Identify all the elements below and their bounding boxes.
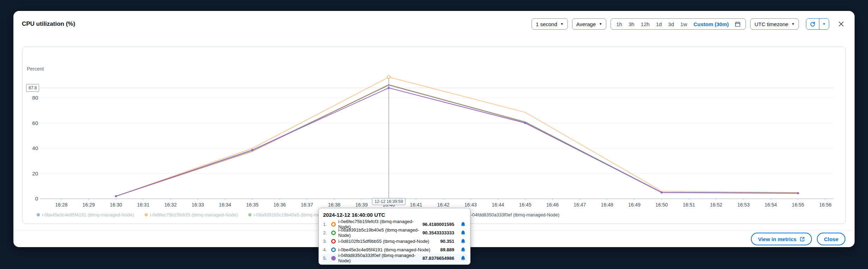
calendar-icon-glyph: [735, 21, 741, 27]
legend-color-dot-icon: [37, 213, 40, 216]
x-axis-label: 16:45: [519, 202, 532, 208]
close-button[interactable]: Close: [817, 233, 845, 245]
alarm-bell-icon[interactable]: [460, 230, 466, 235]
point-marker-icon: [524, 122, 526, 124]
custom-range-button[interactable]: Custom (30m): [690, 19, 732, 29]
series-line[interactable]: [116, 85, 798, 196]
tooltip-series-label: i-08a9391b5c19b40e5 (tbmq-managed-Node): [338, 227, 420, 238]
series-color-ring-icon: [331, 239, 336, 244]
alarm-bell-icon[interactable]: [460, 238, 466, 244]
view-in-metrics-label: View in metrics: [758, 236, 796, 242]
alarm-bell-icon[interactable]: [460, 255, 466, 261]
range-3h[interactable]: 3h: [625, 19, 638, 29]
external-link-icon: [800, 237, 805, 242]
tooltip-value: 87.8376654986: [423, 256, 454, 261]
chart-controls: 1 second ▼ Average ▼ 1h3h12h1d3d1w Custo…: [532, 18, 846, 30]
series-line[interactable]: [116, 77, 798, 196]
crosshair-time-label: 12-12 16:39:59: [372, 198, 406, 205]
y-axis-label: 0: [35, 196, 38, 202]
legend-color-dot-icon: [248, 213, 251, 216]
period-dropdown[interactable]: 1 second ▼: [532, 18, 568, 30]
range-12h[interactable]: 12h: [638, 19, 653, 29]
range-1d[interactable]: 1d: [653, 19, 665, 29]
range-3d[interactable]: 3d: [665, 19, 677, 29]
x-axis-label: 16:31: [137, 202, 150, 208]
point-marker-icon: [388, 87, 390, 89]
tooltip-value: 89.889: [440, 247, 454, 252]
series-line[interactable]: [116, 85, 798, 196]
close-x-glyph: [838, 21, 844, 27]
point-marker-icon: [251, 149, 253, 151]
refresh-options-button[interactable]: ▼: [819, 19, 829, 29]
tooltip-row: 2.i-08a9391b5c19b40e5 (tbmq-managed-Node…: [322, 228, 467, 237]
chart-tooltip: 2024-12-12 16:40:00 UTC 1.i-0e6fec75b15f…: [318, 208, 471, 265]
point-marker-icon: [797, 192, 799, 194]
x-axis-label: 16:54: [765, 202, 777, 208]
x-axis-label: 16:53: [737, 202, 749, 208]
page-title: CPU utilization (%): [22, 20, 75, 28]
legend-item[interactable]: i-04fdd8350a333f0ef (tbmq-managed-Node): [465, 212, 559, 217]
series-color-ring-icon: [331, 231, 336, 235]
statistic-dropdown[interactable]: Average ▼: [572, 18, 607, 30]
preset-ranges: 1h3h12h1d3d1w: [613, 19, 690, 29]
refresh-icon: [810, 21, 815, 27]
time-range-group: 1h3h12h1d3d1w Custom (30m): [611, 18, 746, 30]
x-axis-label: 16:41: [410, 202, 422, 208]
series-color-ring-icon: [331, 256, 336, 261]
y-axis-label: 40: [32, 145, 38, 151]
tooltip-rows: 1.i-0e6fec75b15fefcf3 (tbmq-managed-Node…: [322, 220, 467, 262]
refresh-button[interactable]: [806, 19, 819, 29]
chevron-down-icon: ▼: [599, 23, 602, 26]
close-icon[interactable]: [836, 19, 846, 29]
tooltip-timestamp: 2024-12-12 16:40:00 UTC: [323, 212, 467, 218]
y-axis-label: 60: [32, 120, 38, 126]
tooltip-value: 96.4180001595: [423, 222, 454, 227]
x-axis-label: 16:32: [164, 202, 177, 208]
x-axis-label: 16:36: [273, 202, 286, 208]
dialog-header: CPU utilization (%) 1 second ▼ Average ▼…: [22, 18, 846, 30]
legend-item[interactable]: i-0e6fec75b15fefcf3 (tbmq-managed-Node): [145, 212, 238, 217]
x-axis-label: 16:44: [492, 202, 504, 208]
x-axis-label: 16:55: [792, 202, 804, 208]
series-line[interactable]: [116, 88, 798, 196]
x-axis-label: 16:43: [465, 202, 477, 208]
x-axis-label: 16:38: [328, 202, 340, 208]
tooltip-row: 5.i-04fdd8350a333f0ef (tbmq-managed-Node…: [322, 254, 467, 262]
refresh-split-button: ▼: [806, 18, 829, 30]
legend-label: i-04fdd8350a333f0ef (tbmq-managed-Node): [470, 212, 559, 217]
x-axis-label: 16:42: [437, 202, 449, 208]
x-axis-label: 16:29: [83, 202, 95, 208]
tooltip-rank: 5.: [322, 256, 329, 261]
x-axis-label: 16:49: [628, 202, 641, 208]
alarm-bell-icon[interactable]: [460, 221, 466, 227]
tooltip-value: 90.3543333333: [423, 230, 454, 235]
alarm-bell-icon[interactable]: [460, 247, 466, 252]
timezone-value: UTC timezone: [754, 21, 788, 27]
screen-background: CPU utilization (%) 1 second ▼ Average ▼…: [0, 0, 868, 269]
range-1w[interactable]: 1w: [677, 19, 690, 29]
timezone-dropdown[interactable]: UTC timezone ▼: [750, 18, 799, 30]
view-in-metrics-button[interactable]: View in metrics: [751, 233, 812, 245]
x-axis-label: 16:52: [710, 202, 722, 208]
tooltip-rank: 3.: [322, 239, 329, 244]
tooltip-row: 3.i-0d8102fb15df9bb55 (tbmq-managed-Node…: [322, 237, 467, 245]
tooltip-rank: 1.: [322, 222, 329, 227]
close-button-label: Close: [824, 236, 838, 242]
tooltip-value: 90.351: [440, 239, 454, 244]
x-axis-label: 16:34: [219, 202, 231, 208]
series-line[interactable]: [116, 85, 798, 196]
series-color-ring-icon: [331, 222, 336, 227]
tooltip-rank: 4.: [322, 247, 329, 252]
statistic-value: Average: [576, 21, 596, 27]
range-1h[interactable]: 1h: [613, 19, 625, 29]
hover-value-badge: 87.8: [26, 84, 39, 92]
calendar-icon[interactable]: [732, 19, 743, 29]
legend-item[interactable]: i-0be45e3c4e95f4191 (tbmq-managed-Node): [37, 212, 134, 217]
chart-svg[interactable]: 02040608016:2816:2916:3016:3116:3216:331…: [23, 47, 845, 223]
x-axis-label: 16:46: [546, 202, 559, 208]
tooltip-series-label: i-04fdd8350a333f0ef (tbmq-managed-Node): [338, 253, 420, 263]
x-axis-label: 16:37: [301, 202, 313, 208]
tooltip-series-label: i-0d8102fb15df9bb55 (tbmq-managed-Node): [338, 239, 438, 244]
legend-color-dot-icon: [145, 213, 148, 216]
x-axis-label: 16:30: [110, 202, 122, 208]
